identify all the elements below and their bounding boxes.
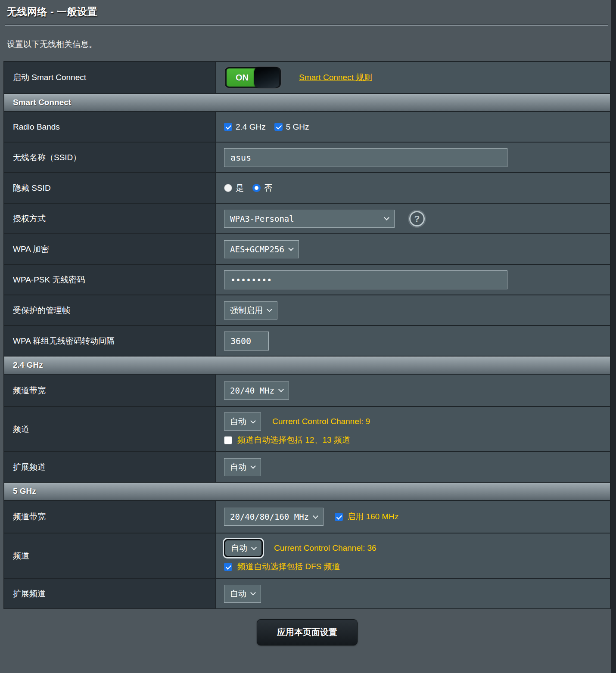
channel-5ghz-auto-select-label: 频道自动选择包括 DFS 频道 [237, 561, 340, 572]
page-title: 无线网络 - 一般设置 [3, 0, 611, 19]
radio-band-24ghz-checkbox[interactable] [224, 123, 232, 131]
channel-24ghz-value: 自动 [230, 416, 246, 427]
row-auth-method: 授权方式 WPA3-Personal ? [4, 203, 610, 233]
page-description: 设置以下无线相关信息。 [7, 39, 611, 50]
row-5ghz-channel: 频道 自动 Current Control Channel: 36 频道自动选择… [4, 533, 610, 578]
bandwidth-24ghz-label: 频道带宽 [4, 375, 216, 406]
row-group-key-rotation: WPA 群组无线密码转动间隔 [4, 325, 610, 356]
row-radio-bands: Radio Bands 2.4 GHz 5 GHz [4, 111, 610, 142]
wpa-encryption-value: AES+GCMP256 [230, 245, 284, 254]
channel-24ghz-label: 频道 [4, 407, 216, 451]
wpa-encryption-select[interactable]: AES+GCMP256 [224, 240, 299, 258]
row-ssid: 无线名称（SSID） [4, 142, 610, 172]
auth-method-value: WPA3-Personal [230, 214, 294, 223]
smart-connect-enable-label: 启动 Smart Connect [4, 62, 216, 93]
row-protected-mgmt-frames: 受保护的管理帧 强制启用 [4, 295, 610, 325]
row-hide-ssid: 隐藏 SSID 是 否 [4, 172, 610, 203]
channel-24ghz-auto-select-label: 频道自动选择包括 12、13 频道 [237, 434, 350, 446]
row-24ghz-channel: 频道 自动 Current Control Channel: 9 频道自动选择包… [4, 406, 610, 451]
chevron-down-icon [278, 387, 284, 392]
section-header-24ghz: 2.4 GHz [4, 356, 610, 374]
channel-24ghz-auto-select-checkbox[interactable] [224, 436, 232, 444]
wpa-psk-label: WPA-PSK 无线密码 [4, 265, 216, 295]
toggle-on-label: ON [227, 68, 258, 87]
hide-ssid-yes-label: 是 [236, 183, 244, 194]
ssid-input[interactable] [224, 148, 507, 167]
group-key-rotation-input[interactable] [224, 332, 269, 350]
wpa-encryption-label: WPA 加密 [4, 234, 216, 264]
current-control-channel-24ghz: Current Control Channel: 9 [272, 417, 370, 426]
row-24ghz-extension-channel: 扩展频道 自动 [4, 451, 610, 482]
chevron-down-icon [250, 590, 256, 595]
extension-channel-5ghz-select[interactable]: 自动 [224, 585, 261, 603]
chevron-down-icon [313, 513, 318, 519]
group-key-rotation-label: WPA 群组无线密码转动间隔 [4, 326, 216, 356]
channel-5ghz-label: 频道 [4, 533, 216, 578]
radio-band-24ghz-label: 2.4 GHz [236, 122, 266, 132]
row-smart-connect-enable: 启动 Smart Connect ON Smart Connect 规则 [4, 62, 610, 93]
wireless-general-page: 无线网络 - 一般设置 设置以下无线相关信息。 启动 Smart Connect… [0, 0, 611, 645]
extension-channel-5ghz-label: 扩展频道 [4, 579, 216, 608]
settings-table: 启动 Smart Connect ON Smart Connect 规则 Sma… [3, 61, 611, 609]
radio-bands-label: Radio Bands [4, 112, 216, 142]
extension-channel-5ghz-value: 自动 [230, 588, 246, 599]
auth-method-label: 授权方式 [4, 204, 216, 233]
auth-method-select[interactable]: WPA3-Personal [224, 210, 395, 228]
help-icon[interactable]: ? [409, 211, 425, 226]
bandwidth-5ghz-select[interactable]: 20/40/80/160 MHz [224, 508, 324, 526]
radio-band-5ghz-label: 5 GHz [286, 122, 309, 132]
enable-160mhz-label: 启用 160 MHz [347, 511, 398, 522]
extension-channel-24ghz-value: 自动 [230, 462, 246, 473]
channel-5ghz-select[interactable]: 自动 [224, 539, 263, 557]
section-header-5ghz: 5 GHz [4, 482, 610, 500]
ssid-label: 无线名称（SSID） [4, 143, 216, 172]
enable-160mhz-checkbox[interactable] [335, 513, 343, 521]
extension-channel-24ghz-label: 扩展频道 [4, 452, 216, 482]
bandwidth-5ghz-value: 20/40/80/160 MHz [230, 512, 309, 521]
chevron-down-icon [250, 463, 256, 469]
toggle-knob-icon [254, 67, 279, 88]
section-header-smart-connect: Smart Connect [4, 93, 610, 111]
current-control-channel-5ghz: Current Control Channel: 36 [274, 543, 376, 553]
chevron-down-icon [267, 307, 272, 312]
protected-mgmt-frames-value: 强制启用 [230, 305, 263, 316]
channel-5ghz-value: 自动 [231, 543, 247, 554]
bandwidth-5ghz-label: 频道带宽 [4, 501, 216, 533]
chevron-down-icon [384, 215, 389, 220]
hide-ssid-no-radio[interactable] [252, 184, 261, 192]
row-wpa-encryption: WPA 加密 AES+GCMP256 [4, 233, 610, 264]
protected-mgmt-frames-select[interactable]: 强制启用 [224, 301, 277, 319]
radio-band-5ghz-checkbox[interactable] [274, 123, 283, 131]
smart-connect-rule-link[interactable]: Smart Connect 规则 [299, 72, 372, 83]
wpa-psk-password-input[interactable] [224, 270, 507, 289]
channel-5ghz-auto-select-checkbox[interactable] [224, 563, 232, 571]
hide-ssid-label: 隐藏 SSID [4, 173, 216, 203]
apply-button[interactable]: 应用本页面设置 [257, 619, 358, 645]
bandwidth-24ghz-select[interactable]: 20/40 MHz [224, 381, 289, 400]
bandwidth-24ghz-value: 20/40 MHz [230, 386, 274, 395]
hide-ssid-yes-radio[interactable] [224, 184, 232, 192]
smart-connect-toggle[interactable]: ON [224, 66, 282, 89]
title-divider [5, 25, 608, 26]
channel-24ghz-select[interactable]: 自动 [224, 412, 261, 431]
chevron-down-icon [251, 545, 257, 550]
row-wpa-psk: WPA-PSK 无线密码 [4, 264, 610, 295]
row-24ghz-bandwidth: 频道带宽 20/40 MHz [4, 374, 610, 406]
chevron-down-icon [250, 418, 256, 424]
extension-channel-24ghz-select[interactable]: 自动 [224, 458, 261, 476]
row-5ghz-extension-channel: 扩展频道 自动 [4, 578, 610, 608]
protected-mgmt-frames-label: 受保护的管理帧 [4, 295, 216, 325]
chevron-down-icon [288, 245, 294, 251]
page-right-edge [611, 0, 616, 673]
hide-ssid-no-label: 否 [264, 183, 272, 194]
row-5ghz-bandwidth: 频道带宽 20/40/80/160 MHz 启用 160 MHz [4, 500, 610, 533]
